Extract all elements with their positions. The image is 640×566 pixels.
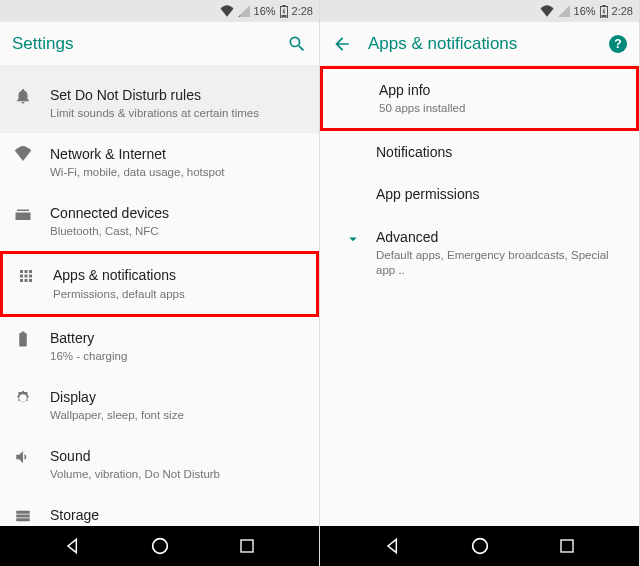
item-sub: Volume, vibration, Do Not Disturb — [50, 467, 305, 482]
item-sub: 50 apps installed — [379, 101, 622, 116]
item-title: Connected devices — [50, 204, 305, 222]
page-title: Settings — [12, 34, 287, 54]
svg-point-8 — [473, 539, 488, 554]
help-icon[interactable]: ? — [609, 35, 627, 53]
battery-percent: 16% — [254, 5, 276, 17]
item-network[interactable]: Network & Internet Wi-Fi, mobile, data u… — [0, 133, 319, 192]
volume-icon — [14, 447, 50, 466]
screen-apps-notifications: 16% 2:28 Apps & notifications ? App info… — [320, 0, 640, 566]
item-title: Display — [50, 388, 305, 406]
nav-home-icon[interactable] — [469, 535, 491, 557]
item-title: Storage — [50, 506, 305, 524]
item-apps-notifications[interactable]: Apps & notifications Permissions, defaul… — [3, 254, 316, 313]
status-bar: 16% 2:28 — [320, 0, 639, 22]
item-title: Network & Internet — [50, 145, 305, 163]
highlight-apps-notifications: Apps & notifications Permissions, defaul… — [0, 251, 319, 316]
battery-icon — [280, 5, 288, 18]
battery-percent: 16% — [574, 5, 596, 17]
item-app-info[interactable]: App info 50 apps installed — [323, 69, 636, 128]
search-icon[interactable] — [287, 34, 307, 54]
bell-icon — [14, 86, 50, 105]
signal-icon — [238, 5, 250, 17]
status-bar: 16% 2:28 — [0, 0, 319, 22]
settings-list[interactable]: Set Do Not Disturb rules Limit sounds & … — [0, 66, 319, 526]
devices-icon — [14, 204, 50, 223]
nav-bar — [320, 526, 639, 566]
item-dnd-rules[interactable]: Set Do Not Disturb rules Limit sounds & … — [0, 74, 319, 133]
item-connected-devices[interactable]: Connected devices Bluetooth, Cast, NFC — [0, 192, 319, 251]
battery-icon — [600, 5, 608, 18]
item-storage[interactable]: Storage 42% used - 9.31 GB free — [0, 494, 319, 526]
item-advanced[interactable]: Advanced Default apps, Emergency broadca… — [320, 216, 639, 290]
item-display[interactable]: Display Wallpaper, sleep, font size — [0, 376, 319, 435]
back-arrow-icon[interactable] — [332, 34, 352, 54]
clock-text: 2:28 — [612, 5, 633, 17]
battery-icon — [14, 329, 50, 348]
item-sub: Wallpaper, sleep, font size — [50, 408, 305, 423]
item-title: Sound — [50, 447, 305, 465]
item-sub: 16% - charging — [50, 349, 305, 364]
apps-grid-icon — [17, 266, 53, 285]
screen-settings: 16% 2:28 Settings Set Do Not Disturb rul… — [0, 0, 320, 566]
nav-home-icon[interactable] — [149, 535, 171, 557]
svg-rect-4 — [241, 540, 253, 552]
svg-rect-2 — [281, 15, 286, 17]
wifi-icon — [540, 5, 554, 17]
item-app-permissions[interactable]: App permissions — [320, 173, 639, 215]
item-sub: Bluetooth, Cast, NFC — [50, 224, 305, 239]
item-title: Notifications — [376, 143, 625, 161]
apps-list[interactable]: App info 50 apps installed Notifications… — [320, 66, 639, 526]
item-title: App info — [379, 81, 622, 99]
app-bar: Apps & notifications ? — [320, 22, 639, 66]
highlight-app-info: App info 50 apps installed — [320, 66, 639, 131]
item-title: Set Do Not Disturb rules — [50, 86, 305, 104]
item-title: Apps & notifications — [53, 266, 302, 284]
item-sub: Permissions, default apps — [53, 287, 302, 302]
item-notifications[interactable]: Notifications — [320, 131, 639, 173]
item-sub: Limit sounds & vibrations at certain tim… — [50, 106, 305, 121]
signal-icon — [558, 5, 570, 17]
chevron-down-icon — [344, 228, 376, 248]
brightness-icon — [14, 388, 50, 407]
item-sound[interactable]: Sound Volume, vibration, Do Not Disturb — [0, 435, 319, 494]
item-title: Advanced — [376, 228, 625, 246]
item-sub: Wi-Fi, mobile, data usage, hotspot — [50, 165, 305, 180]
item-sub: Default apps, Emergency broadcasts, Spec… — [376, 248, 625, 278]
storage-icon — [14, 506, 50, 525]
page-title: Apps & notifications — [368, 34, 609, 54]
wifi-icon — [14, 145, 50, 164]
svg-rect-7 — [601, 15, 606, 17]
app-bar: Settings — [0, 22, 319, 66]
item-battery[interactable]: Battery 16% - charging — [0, 317, 319, 376]
nav-back-icon[interactable] — [63, 536, 83, 556]
clock-text: 2:28 — [292, 5, 313, 17]
wifi-icon — [220, 5, 234, 17]
nav-recent-icon[interactable] — [238, 537, 256, 555]
item-title: App permissions — [376, 185, 625, 203]
item-title: Battery — [50, 329, 305, 347]
partial-row — [0, 66, 319, 74]
nav-recent-icon[interactable] — [558, 537, 576, 555]
nav-back-icon[interactable] — [383, 536, 403, 556]
nav-bar — [0, 526, 319, 566]
svg-rect-9 — [561, 540, 573, 552]
svg-point-3 — [153, 539, 168, 554]
